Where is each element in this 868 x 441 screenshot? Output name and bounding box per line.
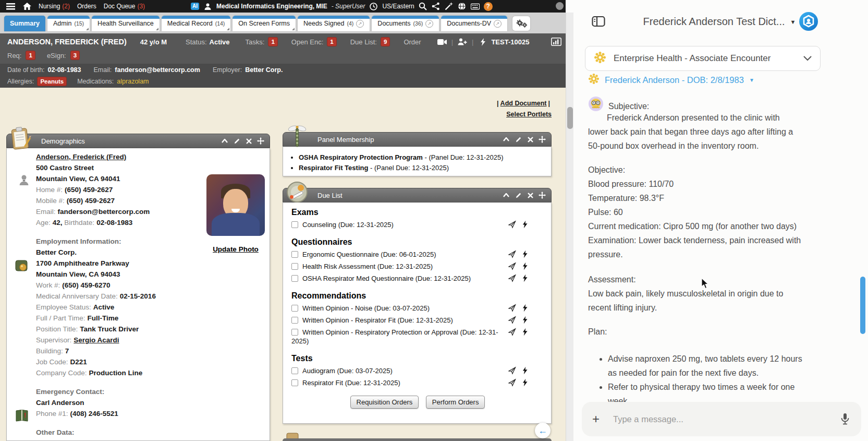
send-order-icon[interactable] <box>508 250 516 258</box>
checkbox[interactable] <box>291 379 298 386</box>
send-order-icon[interactable] <box>508 274 516 282</box>
perform-order-icon[interactable] <box>522 220 530 229</box>
home-icon[interactable] <box>22 2 31 11</box>
medication-value[interactable]: alprazolam <box>117 78 149 85</box>
perform-orders-button[interactable]: Perform Orders <box>426 396 485 409</box>
collapse-icon[interactable] <box>221 137 228 145</box>
wand-icon[interactable] <box>445 2 454 11</box>
tab-summary[interactable]: Summary <box>4 16 45 31</box>
allergy-badge[interactable]: Peanuts <box>37 77 67 86</box>
tab-medical-record[interactable]: Medical Record(14) <box>162 16 231 31</box>
tab-needs-signed[interactable]: Needs Signed(4)↗ <box>298 16 370 31</box>
send-order-icon[interactable] <box>508 328 516 336</box>
perform-order-icon[interactable] <box>522 316 530 324</box>
perform-order-icon[interactable] <box>522 366 530 375</box>
tab-health-surveillance[interactable]: Health Surveillance <box>92 16 160 31</box>
tasks-count-badge[interactable]: 1 <box>268 37 277 46</box>
checkbox[interactable] <box>291 275 298 282</box>
ehr-scrollbar[interactable] <box>566 13 573 441</box>
due-list-count-badge[interactable]: 9 <box>381 37 390 46</box>
checkbox[interactable] <box>291 305 298 312</box>
external-link-icon[interactable]: ↗ <box>356 20 364 28</box>
video-camera-icon[interactable] <box>437 38 447 46</box>
external-link-icon[interactable]: ↗ <box>425 20 433 28</box>
ai-badge[interactable]: AI <box>191 3 199 10</box>
send-order-icon[interactable] <box>508 316 516 324</box>
esign-count-badge[interactable]: 3 <box>70 51 80 60</box>
send-order-icon[interactable] <box>508 378 516 387</box>
select-portlets-link[interactable]: Select Portlets <box>506 111 552 118</box>
move-icon[interactable] <box>257 137 264 145</box>
nav-doc-queue[interactable]: Doc Queue(3) <box>104 3 145 10</box>
tab-on-screen-forms[interactable]: On Screen Forms <box>233 16 296 31</box>
checkbox[interactable] <box>291 317 298 324</box>
perform-order-icon[interactable] <box>522 250 530 258</box>
perform-order-icon[interactable] <box>522 378 530 387</box>
send-order-icon[interactable] <box>508 220 516 229</box>
share-icon[interactable] <box>432 2 441 11</box>
microphone-icon[interactable] <box>839 413 851 425</box>
app-logo-icon[interactable] <box>799 11 818 31</box>
chart-stats-icon[interactable] <box>551 38 561 46</box>
requisition-orders-button[interactable]: Requisition Orders <box>350 396 419 409</box>
send-order-icon[interactable] <box>508 366 516 375</box>
order-link[interactable]: Order <box>404 38 421 46</box>
encounter-select[interactable]: Enterprise Health - Associate Encounter <box>585 46 821 71</box>
timezone[interactable]: US/Eastern <box>382 3 414 10</box>
tab-documents[interactable]: Documents(36)↗ <box>372 16 439 31</box>
collapse-icon[interactable] <box>503 136 510 143</box>
move-icon[interactable] <box>539 192 546 199</box>
collapse-icon[interactable] <box>503 192 510 199</box>
checkbox[interactable] <box>291 221 298 228</box>
nav-nursing[interactable]: Nursing(2) <box>39 3 70 10</box>
tab-settings-button[interactable] <box>512 16 530 31</box>
nav-orders[interactable]: Orders <box>77 3 96 10</box>
perform-order-icon[interactable] <box>522 328 530 336</box>
portlet-header[interactable]: Demographics <box>6 134 270 148</box>
checkbox[interactable] <box>291 329 298 336</box>
checkbox[interactable] <box>291 367 298 374</box>
perform-order-icon[interactable] <box>522 262 530 270</box>
patient-context-link[interactable]: Frederick Anderson - DOB: 2/8/1983 ▼ <box>588 73 754 87</box>
tab-admin[interactable]: Admin(15) <box>47 16 90 31</box>
send-order-icon[interactable] <box>508 304 516 312</box>
search-icon[interactable] <box>419 2 427 11</box>
checkbox[interactable] <box>291 251 298 258</box>
patient-name-link[interactable]: Anderson, Frederick (Fred) <box>36 153 126 161</box>
lightning-icon[interactable] <box>478 38 488 46</box>
menu-icon[interactable] <box>6 2 15 11</box>
external-link-icon[interactable]: ↗ <box>494 20 502 28</box>
portlet-header[interactable]: Due List <box>283 188 552 202</box>
navbar-avatar[interactable] <box>556 2 564 10</box>
keyboard-icon[interactable] <box>471 2 480 11</box>
add-person-icon[interactable] <box>457 38 468 46</box>
add-document-link[interactable]: Add Document <box>500 100 547 107</box>
move-icon[interactable] <box>539 136 546 143</box>
open-enc-count-badge[interactable]: 1 <box>327 37 336 46</box>
send-order-icon[interactable] <box>508 262 516 270</box>
perform-order-icon[interactable] <box>522 274 530 282</box>
collapse-panel-button[interactable]: ← <box>535 423 551 438</box>
next-portlet-partial <box>283 430 552 441</box>
checkbox[interactable] <box>291 263 298 270</box>
attach-plus-button[interactable]: + <box>592 413 600 425</box>
edit-icon[interactable] <box>515 136 522 143</box>
ehr-scrollbar-thumb[interactable] <box>567 107 573 129</box>
portlet-header[interactable]: Panel Membership <box>283 132 552 147</box>
conversation-title[interactable]: Frederick Anderson Test Dict...▼ <box>615 16 824 28</box>
chat-scrollbar-thumb[interactable] <box>860 277 865 334</box>
update-photo-link[interactable]: Update Photo <box>206 245 265 253</box>
globe-icon[interactable] <box>458 2 467 11</box>
sidebar-toggle-icon[interactable] <box>592 15 605 28</box>
help-icon[interactable]: ? <box>484 2 493 11</box>
close-icon[interactable] <box>527 136 534 143</box>
supervisor-link[interactable]: Sergio Acardi <box>74 336 119 344</box>
perform-order-icon[interactable] <box>522 304 530 312</box>
edit-icon[interactable] <box>233 137 240 145</box>
edit-icon[interactable] <box>515 192 522 199</box>
close-icon[interactable] <box>527 192 534 199</box>
req-count-badge[interactable]: 1 <box>26 51 35 60</box>
message-input[interactable] <box>613 414 839 424</box>
close-icon[interactable] <box>245 137 252 145</box>
tab-documents-dv[interactable]: Documents-DV↗ <box>441 16 507 31</box>
